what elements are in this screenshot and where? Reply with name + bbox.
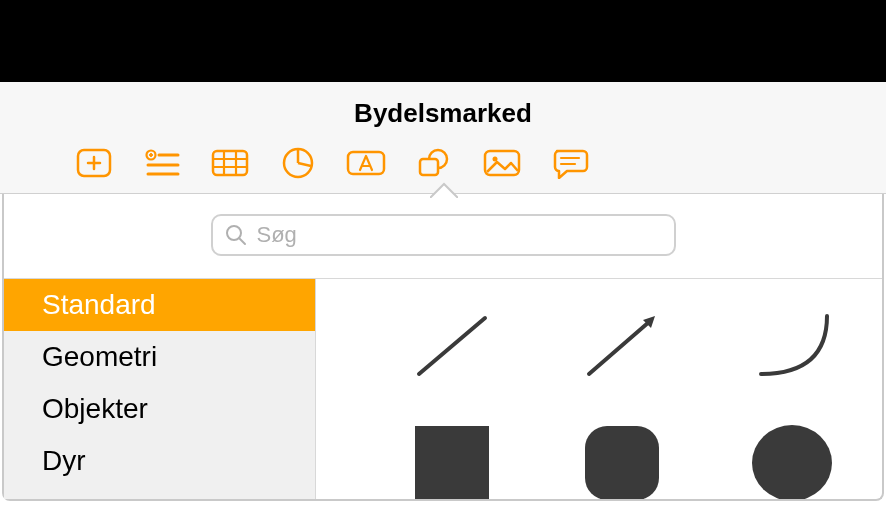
- svg-rect-18: [485, 151, 519, 175]
- search-icon: [225, 224, 247, 246]
- svg-line-25: [589, 322, 649, 374]
- search-area: Søg: [4, 194, 882, 279]
- svg-line-23: [239, 238, 245, 244]
- category-sidebar: Standard Geometri Objekter Dyr: [4, 279, 316, 499]
- shape-circle[interactable]: [742, 419, 842, 499]
- shape-rounded-square[interactable]: [572, 419, 672, 499]
- add-button[interactable]: [74, 147, 114, 179]
- sidebar-item-label: Geometri: [42, 341, 157, 372]
- sidebar-item-label: Objekter: [42, 393, 148, 424]
- comment-button[interactable]: [550, 147, 590, 179]
- shape-square[interactable]: [402, 419, 502, 499]
- app-header: Bydelsmarked: [0, 82, 886, 194]
- sidebar-item-label: Dyr: [42, 445, 86, 476]
- textbox-button[interactable]: [346, 147, 386, 179]
- sidebar-item-objekter[interactable]: Objekter: [4, 383, 315, 435]
- sidebar-item-label: Standard: [42, 289, 156, 320]
- shape-curve[interactable]: [742, 303, 842, 389]
- shapes-popover: Søg Standard Geometri Objekter Dyr: [0, 194, 886, 501]
- svg-point-19: [493, 157, 498, 162]
- search-placeholder: Søg: [257, 222, 297, 248]
- popover-arrow: [430, 182, 454, 196]
- svg-rect-27: [585, 426, 659, 499]
- svg-line-24: [419, 318, 485, 374]
- shape-line[interactable]: [402, 303, 502, 389]
- shape-arrow[interactable]: [572, 303, 672, 389]
- shapes-grid: [316, 279, 882, 499]
- top-black-region: [0, 0, 886, 82]
- svg-rect-17: [420, 159, 438, 175]
- sidebar-item-standard[interactable]: Standard: [4, 279, 315, 331]
- shapes-button[interactable]: [414, 147, 454, 179]
- svg-rect-9: [213, 151, 247, 175]
- table-button[interactable]: [210, 147, 250, 179]
- sidebar-item-dyr[interactable]: Dyr: [4, 435, 315, 487]
- media-button[interactable]: [482, 147, 522, 179]
- search-input[interactable]: Søg: [211, 214, 676, 256]
- shapes-row-2: [356, 419, 842, 499]
- shapes-row-1: [356, 303, 842, 389]
- svg-rect-26: [415, 426, 489, 499]
- sidebar-item-geometri[interactable]: Geometri: [4, 331, 315, 383]
- svg-point-28: [752, 425, 832, 499]
- document-title: Bydelsmarked: [0, 98, 886, 147]
- callout-line: [771, 0, 773, 82]
- list-button[interactable]: [142, 147, 182, 179]
- chart-button[interactable]: [278, 147, 318, 179]
